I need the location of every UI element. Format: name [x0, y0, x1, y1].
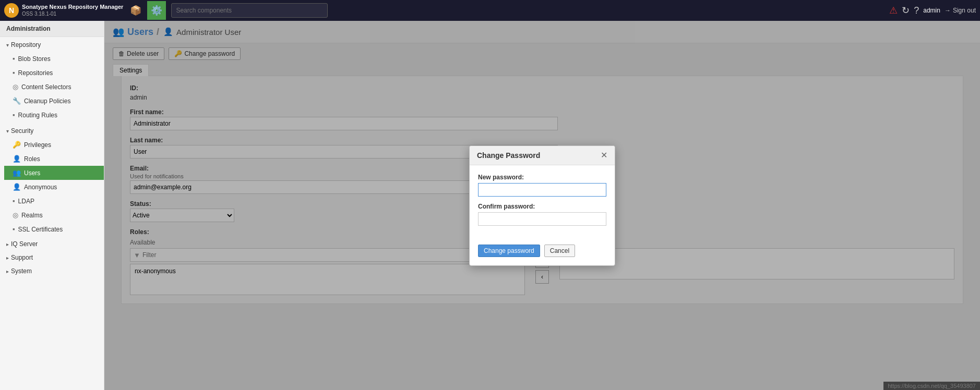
blob-stores-icon: ▪ [13, 55, 15, 63]
anonymous-icon: 👤 [13, 183, 21, 191]
modal-cancel-button[interactable]: Cancel [544, 245, 575, 257]
navbar-nav-icons: 📦 ⚙️ [126, 1, 166, 20]
ldap-icon: ▪ [13, 197, 15, 205]
sidebar-item-anonymous[interactable]: 👤 Anonymous [4, 180, 104, 194]
modal-close-button[interactable]: ✕ [601, 151, 607, 160]
refresh-icon[interactable]: ↻ [902, 5, 910, 16]
sidebar-item-label: SSL Certificates [18, 226, 63, 233]
sidebar-item-label: Support [11, 254, 33, 261]
sidebar: Administration ▾ Repository ▪ Blob Store… [0, 21, 104, 390]
modal-body: New password: Confirm password: [470, 165, 615, 240]
modal-title: Change Password [477, 151, 540, 160]
brand-text: Sonatype Nexus Repository Manager OSS 3.… [22, 4, 123, 17]
sidebar-group-iq-server[interactable]: ▸ IQ Server [0, 237, 104, 251]
sidebar-item-label: Content Selectors [21, 83, 71, 91]
sidebar-item-cleanup-policies[interactable]: 🔧 Cleanup Policies [4, 94, 104, 108]
sidebar-item-users[interactable]: 👥 Users [4, 166, 104, 180]
modal-footer: Change password Cancel [470, 240, 615, 265]
sidebar-group-support[interactable]: ▸ Support [0, 251, 104, 264]
sidebar-item-label: Roles [24, 155, 40, 163]
sidebar-item-content-selectors[interactable]: ◎ Content Selectors [4, 80, 104, 94]
sidebar-group-security[interactable]: ▾ Security [0, 124, 104, 138]
sidebar-item-label: Routing Rules [18, 112, 57, 119]
sidebar-item-ssl-certificates[interactable]: ▪ SSL Certificates [4, 222, 104, 236]
users-icon: 👥 [13, 169, 21, 177]
confirm-password-label: Confirm password: [478, 203, 606, 210]
sidebar-item-privileges[interactable]: 🔑 Privileges [4, 138, 104, 152]
sidebar-group-repository[interactable]: ▾ Repository [0, 38, 104, 52]
sign-out-label: Sign out [953, 7, 976, 14]
sidebar-item-roles[interactable]: 👤 Roles [4, 152, 104, 166]
browse-btn[interactable]: 📦 [126, 1, 145, 20]
sign-out-icon: → [945, 7, 951, 14]
cleanup-policies-icon: 🔧 [13, 97, 21, 105]
main-layout: Administration ▾ Repository ▪ Blob Store… [0, 21, 980, 390]
search-input[interactable] [171, 3, 328, 18]
sidebar-item-label: Blob Stores [18, 55, 51, 63]
confirm-password-field: Confirm password: [478, 203, 606, 226]
content-area: 👥 Users / 👤 Administrator User 🗑 Delete … [104, 21, 980, 390]
sidebar-item-label: IQ Server [11, 240, 38, 248]
modal-cancel-label: Cancel [550, 247, 569, 254]
sign-out-btn[interactable]: → Sign out [945, 7, 976, 14]
alert-icon: ⚠ [889, 5, 898, 16]
sidebar-item-label: Privileges [24, 141, 51, 149]
navbar-right: ⚠ ↻ ? admin → Sign out [889, 5, 976, 16]
search-area [171, 3, 328, 18]
modal-header: Change Password ✕ [470, 146, 615, 165]
confirm-password-input[interactable] [478, 212, 606, 226]
sidebar-item-label: Realms [21, 212, 43, 219]
sidebar-item-ldap[interactable]: ▪ LDAP [4, 194, 104, 208]
chevron-right-icon: ▸ [6, 255, 9, 261]
chevron-right-icon: ▸ [6, 269, 9, 274]
sidebar-item-label: Security [11, 127, 33, 135]
sidebar-item-label: Anonymous [24, 184, 57, 191]
privileges-icon: 🔑 [13, 141, 21, 149]
sidebar-section-repository: ▾ Repository ▪ Blob Stores ▪ Repositorie… [0, 37, 104, 123]
sidebar-children-security: 🔑 Privileges 👤 Roles 👥 Users 👤 Anonymous… [0, 138, 104, 236]
admin-label: admin [923, 7, 940, 14]
navbar: N Sonatype Nexus Repository Manager OSS … [0, 0, 980, 21]
new-password-label: New password: [478, 174, 606, 181]
brand-logo: N [4, 3, 19, 18]
sidebar-item-realms[interactable]: ◎ Realms [4, 208, 104, 222]
new-password-input[interactable] [478, 183, 606, 197]
new-password-field: New password: [478, 174, 606, 197]
realms-icon: ◎ [13, 211, 18, 219]
sidebar-item-label: Cleanup Policies [24, 98, 70, 105]
chevron-right-icon: ▸ [6, 241, 9, 247]
modal-change-password-button[interactable]: Change password [478, 245, 540, 257]
brand-name: Sonatype Nexus Repository Manager [22, 4, 123, 10]
repositories-icon: ▪ [13, 69, 15, 77]
modal-overlay: Change Password ✕ New password: Confirm … [104, 21, 980, 390]
help-icon[interactable]: ? [914, 5, 919, 16]
sidebar-item-label: Repositories [18, 69, 53, 77]
sidebar-item-blob-stores[interactable]: ▪ Blob Stores [4, 52, 104, 66]
sidebar-item-label: LDAP [18, 198, 34, 205]
chevron-down-icon: ▾ [6, 42, 9, 48]
content-selectors-icon: ◎ [13, 83, 18, 91]
sidebar-section-security: ▾ Security 🔑 Privileges 👤 Roles 👥 Users … [0, 123, 104, 237]
brand-version: OSS 3.18.1-01 [22, 11, 123, 17]
roles-icon: 👤 [13, 155, 21, 163]
ssl-certificates-icon: ▪ [13, 225, 15, 233]
modal-change-password-label: Change password [484, 247, 534, 254]
sidebar-header: Administration [0, 21, 104, 37]
sidebar-group-system[interactable]: ▸ System [0, 264, 104, 278]
brand: N Sonatype Nexus Repository Manager OSS … [4, 3, 123, 18]
sidebar-item-routing-rules[interactable]: ▪ Routing Rules [4, 108, 104, 122]
sidebar-item-label: System [11, 267, 32, 275]
change-password-modal: Change Password ✕ New password: Confirm … [469, 145, 615, 266]
sidebar-item-repositories[interactable]: ▪ Repositories [4, 66, 104, 80]
admin-btn[interactable]: ⚙️ [147, 1, 166, 20]
sidebar-children-repository: ▪ Blob Stores ▪ Repositories ◎ Content S… [0, 52, 104, 122]
routing-rules-icon: ▪ [13, 111, 15, 119]
sidebar-item-label: Repository [11, 41, 41, 48]
sidebar-item-label: Users [24, 169, 40, 177]
chevron-down-icon: ▾ [6, 128, 9, 134]
